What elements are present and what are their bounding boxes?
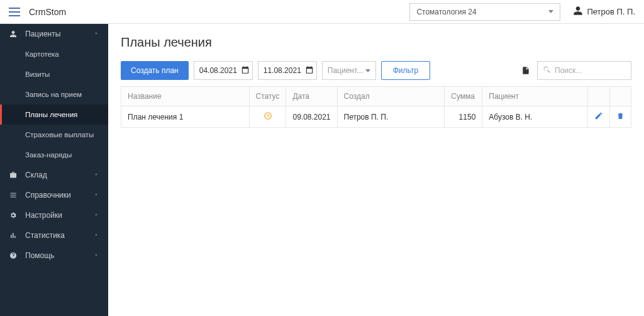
col-patient[interactable]: Пациент bbox=[482, 87, 588, 106]
col-status[interactable]: Статус bbox=[249, 87, 286, 106]
trash-icon bbox=[616, 113, 625, 122]
sidebar-item-label: Пациенты bbox=[25, 30, 93, 38]
main-content: Планы лечения Создать план 04.08.2021 11… bbox=[108, 24, 644, 316]
user-name: Петров П. П. bbox=[587, 7, 635, 16]
chevron-right-icon bbox=[93, 251, 99, 260]
app-title: CrmStom bbox=[29, 7, 66, 17]
sidebar-item-stats[interactable]: Статистика bbox=[0, 225, 108, 245]
table-header-row: Название Статус Дата Создал Сумма Пациен… bbox=[121, 87, 631, 106]
bars-icon bbox=[9, 232, 18, 239]
export-button[interactable] bbox=[519, 64, 532, 77]
col-sum[interactable]: Сумма bbox=[445, 87, 482, 106]
clock-icon bbox=[264, 113, 272, 122]
calendar-icon bbox=[241, 65, 250, 76]
filter-button[interactable]: Фильтр bbox=[381, 61, 430, 80]
sidebar-sub-card[interactable]: Картотека bbox=[0, 44, 108, 64]
cell-date: 09.08.2021 bbox=[286, 106, 337, 128]
col-date[interactable]: Дата bbox=[286, 87, 337, 106]
search-icon bbox=[543, 65, 551, 76]
sidebar-item-patients[interactable]: Пациенты bbox=[0, 24, 108, 44]
pencil-icon bbox=[594, 113, 603, 122]
sidebar-sub-plans[interactable]: Планы лечения bbox=[0, 104, 108, 125]
chevron-down-icon bbox=[93, 30, 99, 38]
table-row[interactable]: План лечения 1 09.08.2021 Петров П. П. 1… bbox=[121, 106, 631, 128]
top-bar: CrmStom Стоматология 24 Петров П. П. bbox=[0, 0, 644, 24]
menu-toggle-icon[interactable] bbox=[9, 8, 20, 16]
chevron-right-icon bbox=[93, 171, 99, 179]
create-plan-button[interactable]: Создать план bbox=[121, 61, 189, 80]
chevron-right-icon bbox=[93, 231, 99, 240]
cell-edit[interactable] bbox=[588, 106, 610, 128]
col-edit bbox=[588, 87, 610, 106]
page-title: Планы лечения bbox=[121, 35, 631, 50]
sidebar-item-help[interactable]: Помощь bbox=[0, 245, 108, 266]
sidebar: Пациенты Картотека Визиты Запись на прие… bbox=[0, 24, 108, 316]
cell-patient: Абузов В. Н. bbox=[482, 106, 588, 128]
sidebar-sub-visits[interactable]: Визиты bbox=[0, 64, 108, 84]
chevron-right-icon bbox=[93, 211, 99, 220]
help-icon bbox=[9, 252, 18, 259]
chevron-right-icon bbox=[93, 191, 99, 200]
list-icon bbox=[9, 191, 18, 199]
sidebar-item-refs[interactable]: Справочники bbox=[0, 185, 108, 205]
search-input[interactable] bbox=[555, 66, 626, 75]
sidebar-item-stock[interactable]: Склад bbox=[0, 165, 108, 185]
sidebar-sub-insurance[interactable]: Страховые выплаты bbox=[0, 125, 108, 145]
col-name[interactable]: Название bbox=[121, 87, 250, 106]
organization-value: Стоматология 24 bbox=[416, 8, 476, 16]
date-from-input[interactable]: 04.08.2021 bbox=[194, 61, 253, 80]
organization-select[interactable]: Стоматология 24 bbox=[409, 3, 560, 21]
patients-icon bbox=[9, 30, 18, 38]
cell-delete[interactable] bbox=[610, 106, 631, 128]
patient-filter-select[interactable]: Пациент... bbox=[322, 61, 376, 80]
col-creator[interactable]: Создал bbox=[337, 87, 445, 106]
cell-status bbox=[249, 106, 286, 128]
sidebar-sub-orders[interactable]: Заказ-наряды bbox=[0, 145, 108, 165]
plans-table: Название Статус Дата Создал Сумма Пациен… bbox=[121, 86, 631, 128]
date-to-input[interactable]: 11.08.2021 bbox=[258, 61, 317, 80]
caret-down-icon bbox=[365, 69, 370, 72]
cell-creator: Петров П. П. bbox=[337, 106, 445, 128]
user-icon bbox=[573, 6, 583, 18]
caret-down-icon bbox=[548, 10, 553, 13]
briefcase-icon bbox=[9, 171, 18, 179]
sidebar-item-settings[interactable]: Настройки bbox=[0, 205, 108, 225]
file-icon bbox=[521, 65, 530, 76]
toolbar: Создать план 04.08.2021 11.08.2021 Пацие… bbox=[121, 61, 631, 80]
cell-sum: 1150 bbox=[445, 106, 482, 128]
cell-name: План лечения 1 bbox=[121, 106, 250, 128]
gear-icon bbox=[9, 212, 18, 219]
search-field[interactable] bbox=[537, 61, 631, 80]
sidebar-sub-appoint[interactable]: Запись на прием bbox=[0, 84, 108, 104]
col-delete bbox=[610, 87, 631, 106]
calendar-icon bbox=[305, 65, 314, 76]
user-menu[interactable]: Петров П. П. bbox=[573, 6, 635, 18]
